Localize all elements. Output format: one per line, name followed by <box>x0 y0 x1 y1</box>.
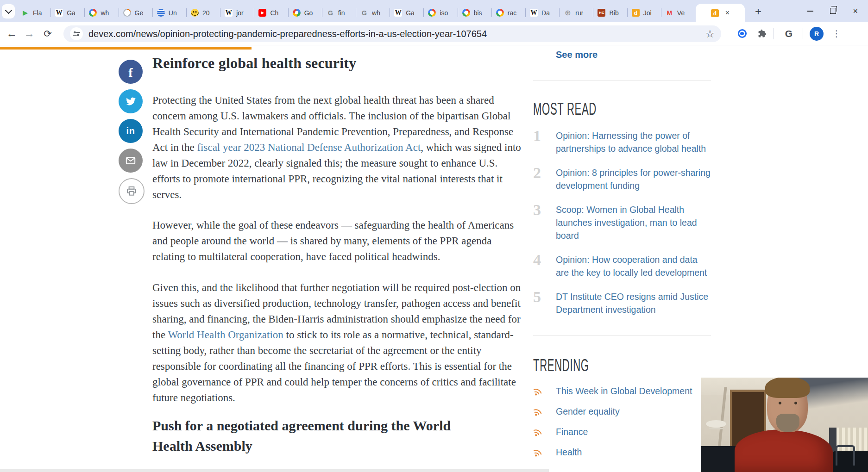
reading-progress-bar <box>0 47 252 50</box>
progress-row <box>0 46 868 50</box>
trending-item: Gender equality <box>533 407 711 416</box>
browser-tab[interactable]: Wjor <box>220 4 254 22</box>
browser-tab[interactable]: iso <box>423 4 457 22</box>
devex-favicon-icon: d <box>711 9 719 17</box>
browser-tab[interactable]: WGa <box>390 4 423 22</box>
article-inline-link[interactable]: fiscal year 2023 National Defense Author… <box>197 142 421 153</box>
share-linkedin-button[interactable]: in <box>119 119 143 143</box>
trending-link[interactable]: Finance <box>556 427 588 437</box>
browser-tab[interactable]: Gwh <box>356 4 390 22</box>
most-read-link[interactable]: Opinion: Harnessing the power of partner… <box>556 129 711 155</box>
most-read-rank: 5 <box>533 290 556 316</box>
most-read-link[interactable]: Opinion: How cooperation and data are th… <box>556 253 711 279</box>
back-button[interactable]: ← <box>4 22 19 45</box>
browser-tab[interactable]: rac <box>491 4 525 22</box>
record-ring-icon <box>738 29 747 38</box>
extensions-button[interactable] <box>756 22 768 45</box>
tune-icon <box>73 30 80 37</box>
bluelines-favicon-icon <box>157 9 165 17</box>
browser-tab[interactable]: ▶Fla <box>17 4 50 22</box>
most-read-rank: 1 <box>533 129 556 155</box>
maximize-restore-button[interactable] <box>830 8 836 14</box>
tab-label: fin <box>338 9 345 17</box>
minimize-button[interactable] <box>807 11 813 12</box>
browser-tab[interactable]: Ge <box>119 4 152 22</box>
browser-tab[interactable]: dJoi <box>627 4 661 22</box>
most-read-item: 1Opinion: Harnessing the power of partne… <box>533 129 711 155</box>
article-inline-link[interactable]: World Health Organization <box>168 329 283 341</box>
wikipedia-favicon-icon: W <box>530 9 538 17</box>
active-tab[interactable]: d × <box>696 4 745 22</box>
tab-label: Ga <box>67 9 75 17</box>
most-read-link[interactable]: Scoop: Women in Global Health launches i… <box>556 203 711 242</box>
article-text: However, while the goal of these endeavo… <box>152 219 514 262</box>
article-heading: Reinforce global health security <box>152 54 532 72</box>
see-more-link[interactable]: See more <box>556 50 598 60</box>
chevron-down-icon <box>5 7 12 14</box>
hc-favicon-icon: HC <box>598 9 605 17</box>
forward-button[interactable]: → <box>21 22 37 45</box>
most-read-title: MOST READ <box>533 100 597 118</box>
twitter-bird-icon <box>125 95 137 107</box>
trending-item: Health <box>533 447 711 457</box>
browser-tab[interactable]: Gfin <box>322 4 356 22</box>
share-email-button[interactable] <box>119 149 143 173</box>
tab-label: wh <box>372 9 380 17</box>
tab-label: Un <box>169 9 177 17</box>
browser-tab[interactable]: HCBib <box>593 4 627 22</box>
share-facebook-button[interactable]: f <box>119 60 143 84</box>
reload-button[interactable]: ⟳ <box>40 22 56 45</box>
tab-close-icon[interactable]: × <box>725 9 730 17</box>
share-twitter-button[interactable] <box>119 89 143 113</box>
trending-signal-icon <box>533 386 556 396</box>
webcam-video-overlay[interactable] <box>701 378 868 472</box>
tab-label: Go <box>304 9 313 17</box>
most-read-rank: 2 <box>533 166 556 192</box>
profile-avatar[interactable]: R <box>810 27 824 41</box>
trending-signal-icon <box>533 427 556 436</box>
sidebar-divider <box>533 80 711 81</box>
trending-link[interactable]: Gender equality <box>556 406 620 417</box>
tab-label: wh <box>101 9 109 17</box>
most-read-link[interactable]: DT Institute CEO resigns amid Justice De… <box>556 290 711 316</box>
window-close-button[interactable]: × <box>853 7 858 15</box>
google-favicon-icon <box>89 9 97 17</box>
tab-label: Joi <box>643 9 652 17</box>
webcam-person-beard <box>776 414 799 432</box>
browser-tab[interactable]: WGa <box>50 4 84 22</box>
tab-search-button[interactable] <box>2 4 15 19</box>
tab-label: rac <box>508 9 516 17</box>
browser-menu-button[interactable]: ⋮ <box>831 22 842 45</box>
browser-tab[interactable]: Un <box>152 4 186 22</box>
browser-tab[interactable]: WDa <box>525 4 559 22</box>
google-app-button[interactable]: G <box>782 22 796 45</box>
youtube-favicon-icon: ▶ <box>258 9 266 17</box>
browser-tab[interactable]: wh <box>84 4 118 22</box>
loom-extension-button[interactable] <box>736 22 748 45</box>
tab-label: Da <box>541 9 550 17</box>
grayG-favicon-icon: G <box>360 9 368 17</box>
share-rail: fin <box>119 60 143 210</box>
share-print-button[interactable] <box>119 178 145 204</box>
bookmark-star-icon[interactable]: ☆ <box>705 28 715 40</box>
toolbar-divider <box>774 28 774 39</box>
browser-tab[interactable]: ⊕rur <box>559 4 593 22</box>
trending-item <box>533 468 711 472</box>
sidebar-divider <box>533 335 711 336</box>
browser-tab[interactable]: MVe <box>661 4 695 22</box>
most-read-rank: 3 <box>533 203 556 242</box>
browser-tab[interactable]: Go <box>288 4 322 22</box>
browser-tab[interactable]: bis <box>458 4 491 22</box>
devex-favicon-icon: d <box>632 9 640 17</box>
url-text[interactable]: devex.com/news/opinion-protecting-pandem… <box>88 29 700 39</box>
site-info-button[interactable] <box>70 27 83 40</box>
trending-link[interactable]: This Week in Global Development <box>556 386 692 397</box>
most-read-link[interactable]: Opinion: 8 principles for power-sharing … <box>556 166 711 192</box>
trending-item: Finance <box>533 427 711 436</box>
browser-tab[interactable]: 20 <box>186 4 220 22</box>
tab-strip: ▶FlaWGawhGeUn20Wjor▶ChGoGfinGwhWGaisobis… <box>0 0 868 22</box>
trending-link[interactable]: Health <box>556 447 582 458</box>
browser-tab[interactable]: ▶Ch <box>254 4 288 22</box>
new-tab-button[interactable]: + <box>750 5 766 19</box>
tab-label: Fla <box>33 9 42 17</box>
